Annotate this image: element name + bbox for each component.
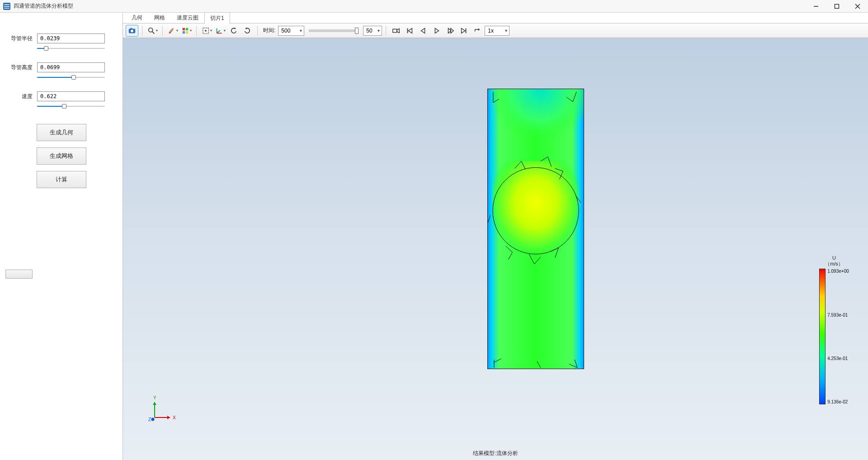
legend-tick: 4.253e-01 <box>827 356 849 361</box>
tab-mesh[interactable]: 网格 <box>148 12 171 23</box>
colormap-button[interactable]: ▾ <box>180 25 193 37</box>
time-label: 时间: <box>263 27 275 34</box>
param-input-pipe-height[interactable] <box>37 62 105 72</box>
svg-rect-25 <box>492 161 579 260</box>
play-button[interactable] <box>430 25 443 37</box>
timeline-slider[interactable] <box>309 29 359 32</box>
sidebar: 导管半径 导管高度 速度 生成几何 生成网格 计算 <box>0 13 123 460</box>
viewport-footer-label: 结果模型:流体分析 <box>473 450 518 457</box>
sidebar-blank-button[interactable] <box>5 270 33 279</box>
param-label-pipe-radius: 导管半径 <box>0 35 33 43</box>
axis-triad: X Y Z <box>146 395 177 428</box>
compute-button[interactable]: 计算 <box>37 171 86 188</box>
svg-rect-2 <box>835 4 839 8</box>
color-legend: U （m/s） 1.093e+00 7.593e-01 4.253e-01 9.… <box>814 255 854 404</box>
fit-view-button[interactable]: ▾ <box>200 25 213 37</box>
legend-tick: 9.136e-02 <box>827 399 849 404</box>
legend-variable: U <box>825 255 843 261</box>
svg-point-10 <box>169 32 170 33</box>
param-label-velocity: 速度 <box>0 93 33 100</box>
app-icon <box>3 2 11 10</box>
svg-rect-11 <box>182 28 184 30</box>
step-back-button[interactable] <box>417 25 429 37</box>
legend-unit: （m/s） <box>825 261 843 267</box>
svg-text:Z: Z <box>148 417 151 422</box>
svg-line-9 <box>152 31 154 33</box>
legend-tick: 1.093e+00 <box>827 269 849 274</box>
svg-point-16 <box>205 30 207 32</box>
svg-text:X: X <box>173 415 176 420</box>
generate-geometry-button[interactable]: 生成几何 <box>37 124 86 141</box>
svg-rect-20 <box>393 29 397 32</box>
paint-tool-button[interactable]: ▾ <box>166 25 179 37</box>
skip-last-button[interactable] <box>458 25 470 37</box>
time-select[interactable]: 500 <box>278 26 304 36</box>
svg-rect-12 <box>185 28 188 30</box>
param-slider-velocity[interactable] <box>37 103 105 109</box>
param-label-pipe-height: 导管高度 <box>0 64 33 71</box>
param-input-pipe-radius[interactable] <box>37 33 105 43</box>
generate-mesh-button[interactable]: 生成网格 <box>37 147 86 165</box>
svg-rect-14 <box>185 31 188 33</box>
legend-ticks: 1.093e+00 7.593e-01 4.253e-01 9.136e-02 <box>827 269 849 404</box>
svg-rect-7 <box>130 28 132 29</box>
svg-text:Y: Y <box>153 395 156 400</box>
window-minimize-button[interactable] <box>806 0 826 13</box>
svg-line-19 <box>217 30 220 33</box>
view-tabs: 几何 网格 速度云图 切片1 <box>123 13 868 24</box>
zoom-tool-button[interactable]: ▾ <box>146 25 159 37</box>
tab-velocity-cloud[interactable]: 速度云图 <box>171 12 204 23</box>
svg-point-6 <box>131 29 133 32</box>
window-maximize-button[interactable] <box>826 0 847 13</box>
axis-orientation-button[interactable]: ▾ <box>214 25 226 37</box>
legend-color-bar <box>819 269 826 404</box>
param-input-velocity[interactable] <box>37 91 105 101</box>
param-slider-pipe-radius[interactable] <box>37 45 105 52</box>
tab-slice1[interactable]: 切片1 <box>204 12 230 24</box>
svg-marker-28 <box>167 416 170 419</box>
svg-point-8 <box>148 28 152 32</box>
param-slider-pipe-height[interactable] <box>37 74 105 81</box>
svg-marker-31 <box>153 402 156 405</box>
svg-point-33 <box>151 418 155 421</box>
screenshot-button[interactable] <box>126 25 138 37</box>
legend-tick: 7.593e-01 <box>827 313 849 318</box>
titlebar: 四通管道的流体分析模型 <box>0 0 868 13</box>
window-close-button[interactable] <box>847 0 868 13</box>
slice-result <box>487 89 584 369</box>
viewport-toolbar: ▾ ▾ ▾ ▾ ▾ 时间: 500 <box>123 24 868 38</box>
skip-first-button[interactable] <box>403 25 416 37</box>
step-forward-button[interactable] <box>444 25 457 37</box>
loop-button[interactable] <box>471 25 484 37</box>
svg-rect-13 <box>182 31 184 33</box>
record-button[interactable] <box>390 25 402 37</box>
rotate-cw-button[interactable] <box>241 25 254 37</box>
viewport-3d[interactable]: X Y Z U （m/s） <box>123 38 868 460</box>
window-title: 四通管道的流体分析模型 <box>14 2 73 10</box>
rotate-ccw-button[interactable] <box>227 25 240 37</box>
playback-speed-select[interactable]: 1x <box>485 26 509 36</box>
svg-rect-22 <box>466 28 467 33</box>
frame-select[interactable]: 50 <box>363 26 382 36</box>
tab-geometry[interactable]: 几何 <box>126 12 148 23</box>
